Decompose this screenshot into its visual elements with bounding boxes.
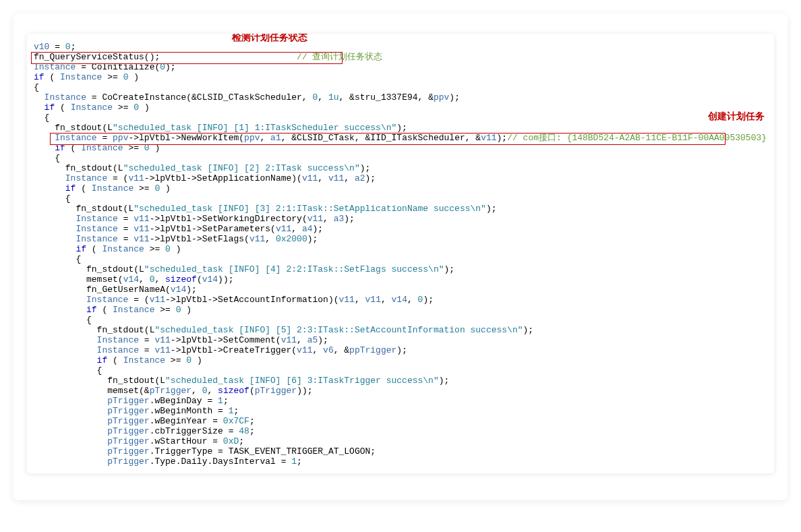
annotation-detect-status: 检测计划任务状态 (232, 34, 307, 45)
annotation-create-task: 创建计划任务 (708, 110, 765, 123)
outer-card: 检测计划任务状态 创建计划任务 v10 = 0; fn_QueryService… (13, 13, 788, 500)
source-code[interactable]: v10 = 0; fn_QueryServiceStatus(); // 查询计… (34, 42, 767, 467)
code-block: 检测计划任务状态 创建计划任务 v10 = 0; fn_QueryService… (27, 34, 774, 473)
